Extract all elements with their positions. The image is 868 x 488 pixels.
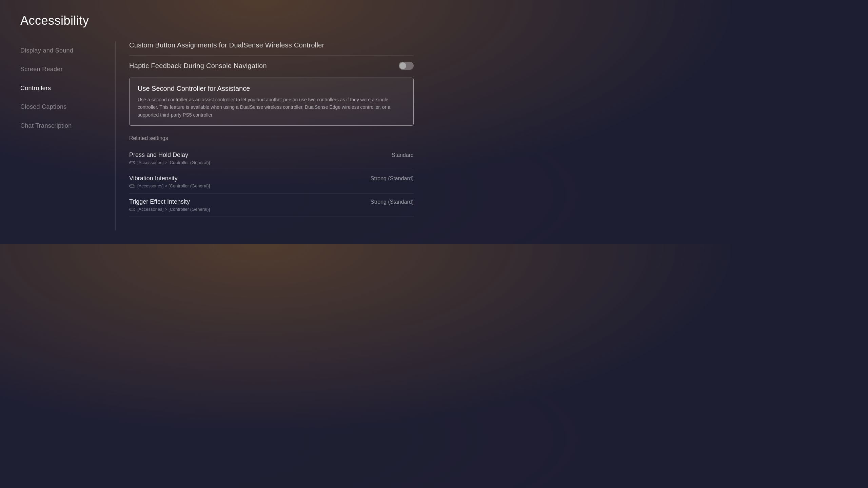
- menu-item-custom-button-assignments[interactable]: Custom Button Assignments for DualSense …: [129, 41, 414, 56]
- controller-icon: [129, 184, 135, 188]
- related-item-path-trigger-effect-intensity: [Accessories] > [Controller (General)]: [129, 207, 210, 212]
- svg-rect-7: [131, 185, 131, 186]
- svg-rect-2: [131, 162, 131, 163]
- page-title: Accessibility: [20, 14, 414, 28]
- controller-icon: [129, 160, 135, 165]
- related-item-value-trigger-effect-intensity: Strong (Standard): [371, 199, 414, 205]
- related-item-path-press-hold-delay: [Accessories] > [Controller (General)]: [129, 160, 210, 165]
- related-item-vibration-intensity[interactable]: Vibration Intensity [Accessories] > [Con…: [129, 170, 414, 194]
- related-item-trigger-effect-intensity[interactable]: Trigger Effect Intensity [Accessories] >…: [129, 194, 414, 217]
- selected-card[interactable]: Use Second Controller for AssistanceUse …: [129, 78, 414, 126]
- sidebar: Display and SoundScreen ReaderController…: [20, 41, 115, 230]
- toggle-haptic-feedback[interactable]: [399, 62, 414, 70]
- sidebar-item-closed-captions[interactable]: Closed Captions: [20, 98, 108, 116]
- svg-point-13: [133, 209, 134, 209]
- svg-point-9: [134, 186, 134, 186]
- svg-point-14: [134, 209, 134, 209]
- related-settings-label: Related settings: [129, 135, 414, 141]
- sidebar-item-chat-transcription[interactable]: Chat Transcription: [20, 117, 108, 135]
- related-item-title-press-hold-delay: Press and Hold Delay: [129, 151, 210, 159]
- related-item-value-vibration-intensity: Strong (Standard): [371, 176, 414, 182]
- content-area: Display and SoundScreen ReaderController…: [20, 41, 414, 230]
- page-container: Accessibility Display and SoundScreen Re…: [0, 0, 434, 244]
- related-item-press-hold-delay[interactable]: Press and Hold Delay [Accessories] > [Co…: [129, 147, 414, 170]
- selected-card-title: Use Second Controller for Assistance: [138, 85, 405, 93]
- related-item-path-vibration-intensity: [Accessories] > [Controller (General)]: [129, 183, 210, 188]
- selected-card-description: Use a second controller as an assist con…: [138, 96, 405, 119]
- related-item-title-trigger-effect-intensity: Trigger Effect Intensity: [129, 198, 210, 205]
- sidebar-item-controllers[interactable]: Controllers: [20, 79, 108, 98]
- sidebar-item-screen-reader[interactable]: Screen Reader: [20, 60, 108, 79]
- main-content: Custom Button Assignments for DualSense …: [115, 41, 414, 230]
- svg-rect-12: [131, 209, 131, 210]
- menu-item-title-haptic-feedback: Haptic Feedback During Console Navigatio…: [129, 62, 267, 70]
- svg-point-8: [133, 185, 134, 186]
- menu-item-title-custom-button-assignments: Custom Button Assignments for DualSense …: [129, 41, 324, 49]
- sidebar-item-display-sound[interactable]: Display and Sound: [20, 41, 108, 60]
- svg-point-3: [133, 162, 134, 162]
- svg-point-4: [134, 162, 134, 163]
- controller-icon: [129, 207, 135, 211]
- menu-item-haptic-feedback[interactable]: Haptic Feedback During Console Navigatio…: [129, 56, 414, 76]
- related-item-title-vibration-intensity: Vibration Intensity: [129, 175, 210, 182]
- related-item-value-press-hold-delay: Standard: [392, 152, 414, 158]
